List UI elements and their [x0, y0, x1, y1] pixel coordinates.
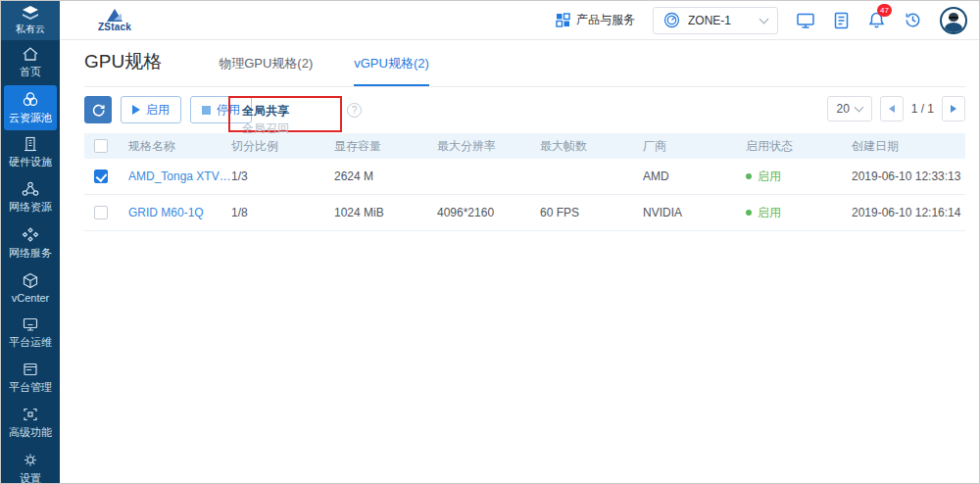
zstack-logo-icon	[107, 9, 122, 22]
column-header-created: 创建日期	[852, 138, 965, 155]
table-row[interactable]: GRID M60-1Q 1/8 1024 MiB 4096*2160 60 FP…	[84, 195, 965, 231]
notifications-button[interactable]: 47	[867, 11, 886, 29]
column-header-vendor: 厂商	[643, 138, 746, 155]
advanced-features-icon	[22, 407, 39, 422]
help-icon[interactable]: ?	[347, 103, 362, 118]
avatar-glasses	[949, 17, 958, 19]
chevron-down-icon	[854, 103, 863, 113]
page-indicator: 1 / 1	[911, 102, 934, 116]
table-row[interactable]: AMD_Tonga XTV G... 1/3 2624 M AMD 启用 201…	[84, 159, 965, 195]
network-service-icon	[22, 226, 39, 243]
next-arrow-icon	[951, 105, 956, 113]
status-dot-icon	[746, 210, 752, 216]
sidebar-item-label: 平台管理	[9, 380, 52, 395]
created-cell: 2019-06-10 12:33:13	[852, 169, 965, 183]
sidebar-item-advanced[interactable]: 高级功能	[4, 401, 57, 446]
zstack-logo-text: ZStack	[98, 22, 131, 32]
refresh-button[interactable]	[84, 96, 112, 123]
zone-icon	[663, 12, 680, 28]
spec-name-link[interactable]: GRID M60-1Q	[128, 206, 231, 219]
user-avatar[interactable]	[940, 7, 967, 34]
fps-cell: 60 FPS	[540, 206, 643, 219]
gpu-spec-table: 规格名称 切分比例 显存容量 最大分辨率 最大帧数 厂商 启用状态 创建日期 A…	[84, 133, 965, 231]
sidebar-item-label: 平台运维	[9, 335, 52, 350]
pagination: 20 1 / 1	[827, 96, 965, 121]
history-button[interactable]	[904, 11, 922, 29]
enable-button[interactable]: 启用	[121, 96, 181, 123]
tab-vgpu[interactable]: vGPU规格(2)	[354, 55, 429, 86]
sidebar-item-home[interactable]: 首页	[4, 40, 57, 85]
sidebar-brand: 私有云	[1, 1, 60, 40]
sidebar: 私有云 首页 云资源池 硬件设施 网络资源	[1, 1, 60, 483]
column-header-memory: 显存容量	[334, 138, 437, 155]
avatar-body	[945, 23, 962, 34]
select-all-checkbox[interactable]	[94, 139, 108, 153]
sidebar-item-label: 高级功能	[9, 425, 52, 440]
sidebar-item-cloud-resource-pool[interactable]: 云资源池	[4, 85, 57, 130]
monitor-icon	[796, 12, 815, 29]
notification-count-badge: 47	[877, 4, 892, 17]
row-checkbox[interactable]	[94, 206, 108, 219]
sidebar-item-network-service[interactable]: 网络服务	[4, 220, 57, 266]
column-header-name: 规格名称	[128, 138, 231, 155]
enable-button-label: 启用	[146, 102, 170, 119]
sidebar-brand-label: 私有云	[16, 23, 45, 36]
global-share-menu-item[interactable]: 全局共享	[242, 103, 289, 120]
row-checkbox[interactable]	[94, 169, 108, 183]
sidebar-item-label: 首页	[20, 65, 41, 79]
private-cloud-logo-icon	[21, 6, 40, 22]
column-header-fps: 最大帧数	[540, 138, 643, 155]
prev-page-button[interactable]	[880, 96, 904, 121]
page-size-value: 20	[836, 102, 849, 116]
vendor-cell: AMD	[643, 169, 746, 183]
status-cell: 启用	[746, 169, 852, 185]
gear-icon	[22, 452, 39, 468]
sidebar-item-network-resource[interactable]: 网络资源	[4, 175, 57, 220]
sidebar-item-settings[interactable]: 设置	[4, 446, 57, 484]
vendor-cell: NVIDIA	[643, 206, 746, 219]
memory-cell: 2624 M	[334, 169, 437, 183]
hardware-icon	[22, 136, 39, 152]
products-services-label: 产品与服务	[576, 12, 635, 28]
status-cell: 启用	[746, 205, 852, 221]
sidebar-item-label: 云资源池	[9, 111, 52, 125]
table-header-row: 规格名称 切分比例 显存容量 最大分辨率 最大帧数 厂商 启用状态 创建日期	[84, 133, 965, 159]
global-recall-menu-item[interactable]: 全局召回	[242, 121, 289, 137]
sidebar-item-label: vCenter	[12, 292, 50, 304]
sidebar-item-label: 设置	[20, 471, 41, 484]
home-icon	[22, 46, 39, 62]
play-icon	[132, 105, 140, 115]
products-services-menu[interactable]: 产品与服务	[556, 12, 635, 28]
refresh-icon	[91, 103, 106, 118]
zone-select[interactable]: ZONE-1	[653, 7, 778, 34]
network-resource-icon	[22, 181, 39, 197]
sidebar-item-label: 网络资源	[9, 200, 52, 215]
console-button[interactable]	[796, 12, 815, 29]
created-cell: 2019-06-10 12:16:14	[852, 206, 965, 219]
sidebar-item-hardware[interactable]: 硬件设施	[4, 130, 57, 175]
resource-pool-icon	[22, 91, 39, 108]
next-page-button[interactable]	[942, 96, 965, 121]
topbar-right: 产品与服务 ZONE-1	[556, 7, 967, 34]
chevron-down-icon	[760, 14, 769, 24]
prev-arrow-icon	[889, 105, 895, 113]
page-size-select[interactable]: 20	[827, 96, 872, 121]
sidebar-item-label: 网络服务	[9, 246, 52, 261]
zone-select-value: ZONE-1	[688, 14, 753, 27]
stop-icon	[202, 106, 211, 115]
status-text: 启用	[758, 205, 781, 221]
spec-name-link[interactable]: AMD_Tonga XTV G...	[128, 169, 231, 183]
toolbar: 启用 停用 全局共享 全局召回 ? 20	[84, 96, 965, 133]
document-icon	[833, 12, 850, 29]
column-header-status: 启用状态	[746, 138, 852, 155]
monitor-icon	[22, 316, 39, 332]
sidebar-item-platform-ops[interactable]: 平台运维	[4, 311, 57, 356]
sidebar-item-platform-management[interactable]: 平台管理	[4, 356, 57, 401]
document-button[interactable]	[833, 12, 850, 29]
sidebar-item-vcenter[interactable]: vCenter	[4, 266, 57, 311]
memory-cell: 1024 MiB	[334, 206, 437, 219]
resolution-cell: 4096*2160	[437, 206, 540, 219]
tab-physical-gpu[interactable]: 物理GPU规格(2)	[219, 55, 313, 86]
app-window: 私有云 首页 云资源池 硬件设施 网络资源	[0, 0, 980, 484]
grid-icon	[556, 13, 570, 27]
